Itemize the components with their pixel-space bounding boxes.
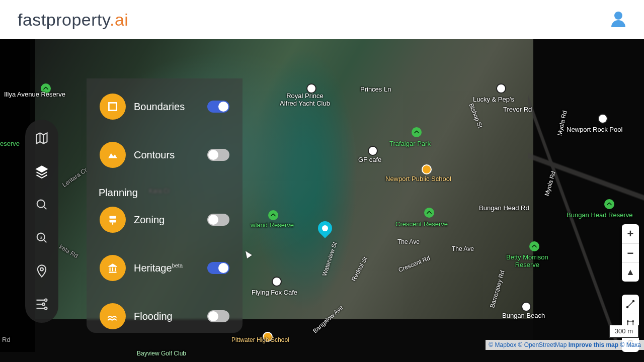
map-label: Illya Avenue Reserve <box>4 90 65 98</box>
price-inspect-button[interactable]: $ <box>33 229 50 246</box>
poi-icon[interactable] <box>521 302 531 312</box>
svg-point-5 <box>42 303 45 306</box>
svg-point-4 <box>45 299 47 302</box>
map-toolbar: $ <box>25 120 58 323</box>
attr-link[interactable]: © Mapbox <box>489 341 516 348</box>
map-label: Pittwater High School <box>231 336 289 343</box>
map-label: Newport Rock Pool <box>567 126 622 133</box>
beta-badge: beta <box>172 262 183 268</box>
map-label: Trevor Rd <box>503 106 532 113</box>
layer-contours[interactable]: Contours <box>96 136 233 174</box>
app-logo: fastproperty.ai <box>18 10 128 30</box>
zoom-in-button[interactable]: + <box>622 224 639 243</box>
heritage-icon <box>100 255 126 281</box>
layers-panel: Boundaries Contours Planning Zoning Heri… <box>87 78 243 333</box>
svg-point-12 <box>633 301 634 302</box>
layer-label: Heritagebeta <box>134 262 199 274</box>
map-label: Lucky & Pep's <box>473 96 514 103</box>
svg-rect-10 <box>112 222 113 224</box>
layer-label: Boundaries <box>134 101 199 113</box>
map-label: Crescent Reserve <box>395 220 448 228</box>
layer-label: Contours <box>134 149 199 161</box>
scale-bar: 300 m <box>609 325 639 338</box>
zoning-toggle[interactable] <box>207 214 229 226</box>
park-poi-icon[interactable] <box>424 208 434 218</box>
attr-link[interactable]: Improve this map <box>569 341 618 348</box>
svg-rect-14 <box>627 320 628 322</box>
poi-icon[interactable] <box>496 83 506 94</box>
layer-label: Flooding <box>134 311 199 322</box>
map-label: Rd <box>2 336 11 343</box>
svg-text:$: $ <box>40 235 43 240</box>
boundaries-toggle[interactable] <box>207 101 229 113</box>
map-label: The Ave <box>397 238 420 245</box>
compass-button[interactable]: ▲ <box>622 262 639 282</box>
user-avatar-icon[interactable] <box>610 12 626 28</box>
map-label: Betty Morrison Reserve <box>506 253 548 268</box>
park-poi-icon[interactable] <box>412 127 422 137</box>
map-canvas[interactable]: Illya Avenue Reserve Royal Prince Alfred… <box>0 39 644 362</box>
map-attribution: © Mapbox © OpenStreetMap Improve this ma… <box>486 340 644 350</box>
map-label: Flying Fox Cafe <box>252 289 297 296</box>
heritage-toggle[interactable] <box>207 262 229 274</box>
map-label: Bungan Head Rd <box>479 204 529 212</box>
svg-point-11 <box>627 307 628 308</box>
zoom-controls: + − ▲ <box>622 224 639 282</box>
map-label: Bungan Beach <box>502 312 545 319</box>
zoning-icon <box>100 207 126 233</box>
zoom-out-button[interactable]: − <box>622 243 639 262</box>
logo-suffix: .ai <box>110 10 128 29</box>
map-label: Bayview Golf Club <box>137 350 186 357</box>
app-header: fastproperty.ai <box>0 0 644 39</box>
logo-main: fastproperty <box>18 10 110 29</box>
school-poi-icon[interactable] <box>422 164 432 174</box>
park-poi-icon[interactable] <box>268 210 278 220</box>
location-pin-button[interactable] <box>33 262 50 280</box>
map-label: Princes Ln <box>360 85 391 93</box>
layer-flooding[interactable]: Flooding <box>96 297 233 333</box>
svg-rect-15 <box>632 320 634 322</box>
attr-link[interactable]: © OpenStreetMap <box>518 341 567 348</box>
map-label: Bungan Head Reserve <box>567 211 633 219</box>
svg-rect-9 <box>110 220 116 222</box>
svg-point-3 <box>40 268 43 271</box>
poi-icon[interactable] <box>368 146 378 156</box>
layer-label: Zoning <box>134 214 199 226</box>
map-label: Trafalgar Park <box>389 140 431 147</box>
layer-heritage[interactable]: Heritagebeta <box>96 249 233 287</box>
flooding-icon <box>100 303 126 329</box>
draw-line-button[interactable] <box>622 295 639 314</box>
attr-link[interactable]: © Maxa <box>620 341 641 348</box>
map-view-button[interactable] <box>33 130 50 147</box>
layers-button[interactable] <box>33 163 50 180</box>
svg-rect-7 <box>109 103 116 110</box>
filter-button[interactable] <box>33 296 50 313</box>
park-poi-icon[interactable] <box>604 199 614 209</box>
location-pin-icon[interactable] <box>318 221 332 241</box>
svg-rect-8 <box>110 216 116 218</box>
poi-icon[interactable] <box>598 114 608 124</box>
map-label: GF cafe <box>358 156 381 163</box>
map-label: wland Reserve <box>251 221 294 229</box>
search-button[interactable] <box>33 196 50 213</box>
svg-point-6 <box>45 307 47 310</box>
park-poi-icon[interactable] <box>529 241 539 251</box>
flooding-toggle[interactable] <box>207 310 229 322</box>
poi-icon[interactable] <box>272 277 282 287</box>
layer-zoning[interactable]: Zoning <box>96 201 233 239</box>
boundaries-icon <box>100 94 126 120</box>
section-heading: Planning <box>99 187 233 199</box>
mouse-cursor-icon <box>245 250 252 260</box>
map-label: Newport Public School <box>385 175 451 183</box>
layer-boundaries[interactable]: Boundaries <box>96 87 233 126</box>
map-label: The Ave <box>452 245 474 252</box>
contours-icon <box>100 142 126 168</box>
contours-toggle[interactable] <box>207 149 229 161</box>
map-label: Royal Prince Alfred Yacht Club <box>280 92 330 107</box>
map-label: eserve <box>0 140 20 147</box>
